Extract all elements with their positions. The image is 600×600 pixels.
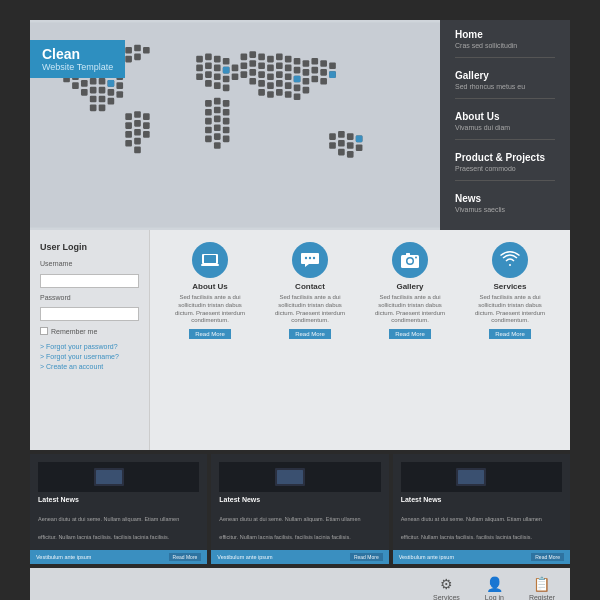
svg-rect-57: [223, 109, 230, 116]
news-card-text-2: Aenean diutu at dui seme. Nullam aliquam…: [401, 516, 542, 540]
feature-services-desc: Sed facilisiis ante a dui sollicitudin t…: [470, 294, 550, 325]
svg-rect-90: [241, 71, 248, 78]
bottombar-services[interactable]: ⚙ Services: [433, 576, 460, 601]
feature-gallery-desc: Sed facilisiis ante a dui sollicitudin t…: [370, 294, 450, 325]
create-account-link[interactable]: > Create an account: [40, 363, 139, 370]
svg-rect-110: [285, 91, 292, 98]
news-card-0: Latest News Aenean diutu at dui seme. Nu…: [30, 454, 207, 564]
about-icon-circle: [192, 242, 228, 278]
svg-rect-98: [311, 76, 318, 83]
login-title: User Login: [40, 242, 139, 252]
feature-about-desc: Sed facilisiis ante a dui sollicitudin t…: [170, 294, 250, 325]
svg-rect-106: [303, 87, 310, 94]
site-subtitle: Website Template: [42, 62, 113, 72]
nav-item-products-label: Product & Projects: [455, 152, 555, 163]
svg-rect-123: [134, 111, 141, 118]
svg-rect-86: [303, 69, 310, 76]
svg-rect-24: [116, 91, 123, 98]
svg-rect-79: [241, 62, 248, 69]
svg-rect-140: [201, 264, 219, 266]
svg-rect-39: [196, 65, 203, 72]
services-icon-circle: [492, 242, 528, 278]
svg-rect-129: [134, 129, 141, 136]
svg-rect-152: [96, 470, 122, 484]
svg-rect-60: [223, 118, 230, 125]
svg-rect-133: [134, 147, 141, 154]
svg-rect-126: [134, 120, 141, 127]
svg-rect-54: [223, 100, 230, 107]
remember-checkbox[interactable]: [40, 327, 48, 335]
svg-rect-30: [125, 47, 132, 54]
svg-rect-93: [267, 73, 274, 80]
svg-rect-68: [241, 54, 248, 61]
news-card-title-0: Latest News: [38, 496, 199, 503]
news-read-more-0[interactable]: Read More: [169, 553, 202, 561]
nav-item-news[interactable]: News Vivamus saeclis: [455, 193, 555, 221]
news-read-more-2[interactable]: Read More: [531, 553, 564, 561]
features-panel: About Us Sed facilisiis ante a dui solli…: [150, 230, 570, 450]
contact-read-more[interactable]: Read More: [289, 329, 331, 339]
nav-panel: Home Cras sed sollicitudin Gallery Sed r…: [440, 20, 570, 230]
news-card-text-1: Aenean diutu at dui seme. Nullam aliquam…: [219, 516, 360, 540]
svg-point-149: [415, 257, 417, 259]
svg-rect-130: [143, 131, 150, 138]
svg-rect-138: [356, 136, 363, 143]
svg-rect-97: [303, 78, 310, 85]
feature-contact-label: Contact: [295, 282, 325, 291]
services-read-more[interactable]: Read More: [489, 329, 531, 339]
svg-rect-78: [329, 62, 336, 69]
svg-rect-31: [134, 45, 141, 52]
svg-rect-49: [205, 80, 212, 87]
svg-rect-128: [125, 131, 132, 138]
forgot-username-link[interactable]: > Forgot your username?: [40, 353, 139, 360]
nav-item-products-sub: Praesent commodo: [455, 165, 555, 172]
news-card-footer-1: Vestibulum ante ipsum Read More: [211, 550, 388, 564]
nav-item-about-sub: Vivamus dui diam: [455, 124, 555, 131]
username-label: Username: [40, 260, 139, 267]
news-card-2: Latest News Aenean diutu at dui seme. Nu…: [393, 454, 570, 564]
svg-rect-62: [214, 124, 221, 131]
svg-rect-67: [214, 142, 221, 149]
bottombar-register[interactable]: 📋 Register: [529, 576, 555, 601]
svg-rect-22: [99, 87, 106, 94]
bottombar-login[interactable]: 👤 Log in: [485, 576, 504, 601]
about-read-more[interactable]: Read More: [189, 329, 231, 339]
password-input[interactable]: [40, 307, 139, 321]
svg-point-142: [305, 257, 307, 259]
news-image-1-svg: [270, 463, 330, 491]
svg-rect-91: [249, 69, 256, 76]
svg-rect-105: [294, 85, 301, 92]
nav-item-gallery-label: Gallery: [455, 70, 555, 81]
news-read-more-1[interactable]: Read More: [350, 553, 383, 561]
svg-rect-100: [249, 78, 256, 85]
nav-item-gallery[interactable]: Gallery Sed rhoncus metus eu: [455, 70, 555, 99]
svg-rect-28: [90, 105, 97, 112]
news-card-image-0: [38, 462, 199, 492]
svg-rect-99: [320, 78, 327, 85]
feature-about: About Us Sed facilisiis ante a dui solli…: [170, 242, 250, 339]
gallery-read-more[interactable]: Read More: [389, 329, 431, 339]
svg-rect-38: [223, 58, 230, 65]
nav-item-home[interactable]: Home Cras sed sollicitudin: [455, 29, 555, 58]
svg-point-144: [313, 257, 315, 259]
svg-rect-81: [258, 62, 265, 69]
login-links: > Forgot your password? > Forgot your us…: [40, 343, 139, 370]
news-card-image-2: [401, 462, 562, 492]
svg-rect-17: [99, 78, 106, 85]
svg-rect-50: [214, 82, 221, 89]
svg-rect-51: [223, 85, 230, 92]
svg-rect-59: [214, 116, 221, 123]
forgot-password-link[interactable]: > Forgot your password?: [40, 343, 139, 350]
svg-rect-58: [205, 118, 212, 125]
svg-rect-85: [294, 67, 301, 74]
nav-item-about[interactable]: About Us Vivamus dui diam: [455, 111, 555, 140]
svg-rect-107: [258, 89, 265, 96]
svg-rect-83: [276, 62, 283, 69]
username-input[interactable]: [40, 274, 139, 288]
nav-item-products[interactable]: Product & Projects Praesent commodo: [455, 152, 555, 181]
svg-rect-55: [205, 109, 212, 116]
chat-icon: [300, 250, 320, 270]
svg-rect-64: [205, 136, 212, 143]
news-card-footer-0: Vestibulum ante ipsum Read More: [30, 550, 207, 564]
svg-rect-101: [258, 80, 265, 87]
